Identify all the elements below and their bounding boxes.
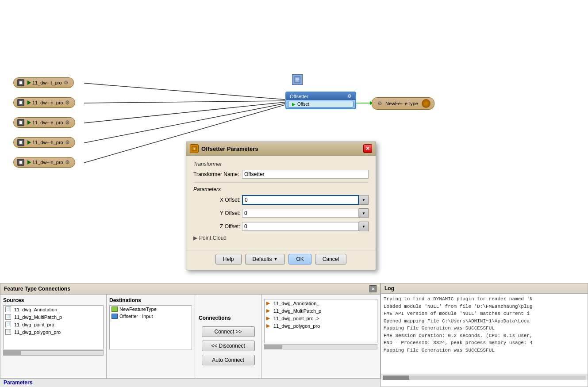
port-label: Offset: [297, 102, 309, 107]
transformer-port: ▶ Offset: [288, 101, 354, 107]
x-offset-input[interactable]: [242, 195, 359, 205]
log-line-5: FME Session Duration: 0.2 seconds. (CPU:…: [384, 332, 585, 340]
y-offset-label: Y Offset:: [193, 210, 242, 216]
log-body: Trying to find a DYNAMIC plugin for read…: [381, 294, 588, 375]
node-gear-3[interactable]: ⚙: [65, 119, 71, 126]
destinations-list[interactable]: NewFeatureType Offsetter : Input: [109, 305, 192, 349]
conn-item-3[interactable]: ▶ 11_dwg_polygon_pro: [265, 322, 377, 330]
log-scrollbar[interactable]: [381, 375, 588, 380]
source-item-1[interactable]: 📄 11_dwg_MultiPatch_p: [4, 313, 103, 321]
log-line-1: Loaded module 'NULL' from file 'D:\FMEan…: [384, 303, 585, 310]
z-offset-dropdown[interactable]: ▼: [359, 222, 369, 231]
source-node-1[interactable]: 11_dw···t_pro ⚙: [13, 77, 74, 88]
defaults-button[interactable]: Defaults ▼: [245, 254, 285, 264]
connections-buttons-section: Connections Connect >> << Disconnect Aut…: [195, 295, 261, 385]
source-icon-0: 📄: [5, 307, 11, 312]
feature-connections-panel: Feature Type Connections ✕ Sources 📄 11_…: [0, 283, 380, 387]
source-icon-2: 📄: [5, 322, 11, 327]
connections-title: Connections: [199, 315, 231, 321]
destinations-title: Destinations: [109, 297, 192, 303]
conn-item-0[interactable]: ▶ 11_dwg_Annotation_: [265, 299, 377, 307]
source-node-5[interactable]: 11_dw···n_pro ⚙: [13, 157, 75, 168]
conn-label-0: 11_dwg_Annotation_: [273, 301, 319, 306]
svg-line-0: [84, 83, 285, 100]
node-play-4: [27, 140, 31, 145]
svg-rect-19: [19, 161, 22, 164]
transformer-node[interactable]: Offsetter ⚙ ▶ Offset: [285, 92, 356, 109]
connections-scrollbar[interactable]: [264, 344, 377, 349]
connections-list[interactable]: ▶ 11_dwg_Annotation_ ▶ 11_dwg_MultiPatch…: [264, 299, 377, 343]
log-scroll-track[interactable]: [383, 376, 586, 380]
disconnect-button[interactable]: << Disconnect: [202, 341, 255, 351]
conn-arrow-2: ▶: [266, 315, 270, 321]
script-icon[interactable]: [292, 74, 303, 85]
node-label-5: 11_dw···n_pro: [32, 160, 63, 165]
sources-section: Sources 📄 11_dwg_Annotation_ 📄 11_dwg_Mu…: [0, 295, 107, 385]
source-node-2[interactable]: 11_dw···n_pro ⚙: [13, 97, 75, 108]
node-play-3: [27, 120, 31, 125]
source-item-2[interactable]: 📄 11_dwg_point_pro: [4, 321, 103, 328]
dest-item-1[interactable]: Offsetter : Input: [110, 313, 192, 320]
svg-text:T: T: [193, 147, 196, 151]
cancel-button[interactable]: Cancel: [315, 254, 346, 264]
svg-rect-11: [19, 81, 22, 84]
transformer-name-input[interactable]: [242, 170, 369, 179]
transformer-gear[interactable]: ⚙: [347, 93, 352, 99]
sources-title: Sources: [3, 297, 104, 303]
dialog-title: Offsetter Parameters: [201, 146, 258, 152]
conn-label-1: 11_dwg_MultiPatch_p: [273, 308, 321, 314]
z-offset-field: Z Offset: ▼: [193, 222, 369, 231]
node-gear-5[interactable]: ⚙: [65, 159, 71, 165]
log-line-3: Opened mapping File C:\Users\ADMINI~1\Ap…: [384, 318, 585, 325]
svg-rect-15: [19, 121, 22, 124]
offsetter-dialog: T Offsetter Parameters ✕ Transformer Tra…: [186, 142, 376, 270]
node-label-1: 11_dw···t_pro: [32, 80, 62, 85]
log-header: Log: [381, 284, 588, 294]
y-offset-dropdown[interactable]: ▼: [359, 208, 369, 218]
conn-item-2[interactable]: ▶ 11_dwg_point_pro ->: [265, 314, 377, 322]
sources-scrollbar[interactable]: [3, 350, 104, 356]
source-icon-1: 📄: [5, 314, 11, 320]
output-gear[interactable]: ⚙: [377, 100, 384, 107]
auto-connect-button[interactable]: Auto Connect: [202, 355, 255, 365]
node-label-3: 11_dw···e_pro: [32, 120, 63, 125]
x-offset-dropdown[interactable]: ▼: [359, 195, 369, 205]
conn-item-1[interactable]: ▶ 11_dwg_MultiPatch_p: [265, 307, 377, 314]
log-line-2: FME API version of module 'NULL' matches…: [384, 310, 585, 318]
conn-label-2: 11_dwg_point_pro ->: [273, 316, 319, 321]
source-node-3[interactable]: 11_dw···e_pro ⚙: [13, 117, 75, 128]
node-icon-2: [17, 99, 24, 106]
panel-header: Feature Type Connections ✕: [0, 284, 380, 295]
dest-icon-0: [111, 307, 118, 312]
x-offset-label: X Offset:: [193, 197, 242, 203]
source-item-0[interactable]: 📄 11_dwg_Annotation_: [4, 306, 103, 313]
z-offset-label: Z Offset:: [193, 223, 242, 230]
node-gear-1[interactable]: ⚙: [64, 80, 70, 86]
z-offset-input[interactable]: [242, 222, 359, 231]
output-node[interactable]: ⚙ NewFe···eType: [372, 97, 434, 110]
source-node-4[interactable]: 11_dw···h_pro ⚙: [13, 137, 75, 148]
sources-list[interactable]: 📄 11_dwg_Annotation_ 📄 11_dwg_MultiPatch…: [3, 305, 104, 349]
transformer-label: Offsetter: [290, 94, 308, 99]
help-button[interactable]: Help: [215, 254, 242, 264]
dialog-body: Transformer Transformer Name: Parameters…: [186, 156, 376, 250]
dest-item-0[interactable]: NewFeatureType: [110, 306, 192, 313]
transformer-name-label: Transformer Name:: [193, 171, 242, 177]
dest-label-1: Offsetter : Input: [119, 314, 153, 319]
destinations-section: Destinations NewFeatureType Offsetter : …: [107, 295, 195, 385]
node-icon-5: [17, 159, 24, 166]
panel-close-button[interactable]: ✕: [369, 285, 377, 292]
panel-body: Sources 📄 11_dwg_Annotation_ 📄 11_dwg_Mu…: [0, 295, 380, 385]
node-gear-2[interactable]: ⚙: [65, 100, 71, 106]
log-line-0: Trying to find a DYNAMIC plugin for read…: [384, 295, 585, 303]
dialog-titlebar: T Offsetter Parameters ✕: [186, 142, 376, 156]
ok-button[interactable]: OK: [288, 254, 311, 264]
node-gear-4[interactable]: ⚙: [65, 139, 71, 146]
params-label: Parameters: [4, 379, 32, 386]
node-label-4: 11_dw···h_pro: [32, 140, 63, 145]
y-offset-input[interactable]: [242, 209, 359, 218]
dialog-separator-1: [193, 182, 369, 183]
dialog-close-button[interactable]: ✕: [363, 144, 372, 153]
connect-button[interactable]: Connect >>: [202, 326, 255, 337]
source-item-3[interactable]: 📄 11_dwg_polygon_pro: [4, 328, 103, 336]
